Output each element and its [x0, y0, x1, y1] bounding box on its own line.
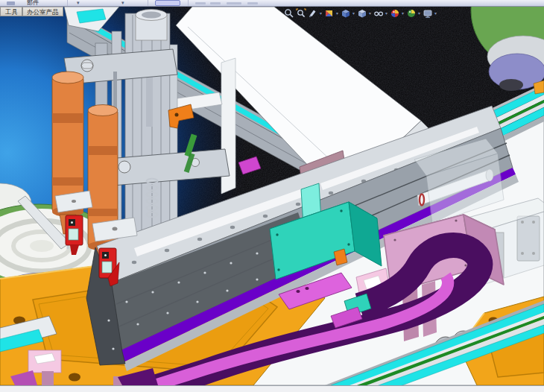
dropdown-caret[interactable]: ▾	[369, 8, 371, 19]
zoom-to-fit-icon[interactable]	[284, 8, 294, 19]
previous-view-icon[interactable]	[308, 8, 318, 19]
commandmanager-tabs: 工具 办公室产品	[0, 7, 63, 16]
ribbon-button-fragment[interactable]	[195, 2, 206, 4]
view-settings-icon[interactable]	[423, 8, 433, 19]
status-bar	[0, 385, 544, 392]
hide-show-items-icon[interactable]	[373, 8, 384, 19]
headsup-view-toolbar: ▾ ▾ ▾ ▾ ▾ ▾ ▾ ▾	[284, 8, 437, 19]
edit-appearance-icon[interactable]	[390, 8, 400, 19]
section-view-icon[interactable]	[324, 8, 335, 19]
ribbon-button-fragment[interactable]	[247, 2, 258, 4]
ribbon-separator	[148, 0, 148, 6]
dropdown-caret[interactable]: ▾	[77, 0, 80, 6]
ribbon-separator	[188, 0, 189, 6]
tab-office-products[interactable]: 办公室产品	[22, 7, 63, 16]
viewport-3d[interactable]	[0, 0, 544, 392]
zoom-to-area-icon[interactable]	[296, 8, 306, 19]
dropdown-caret[interactable]: ▾	[418, 8, 420, 19]
ribbon-separator	[67, 0, 68, 6]
dropdown-caret[interactable]: ▾	[336, 8, 338, 19]
component-button[interactable]: 部件	[27, 0, 39, 7]
dropdown-caret[interactable]: ▾	[121, 0, 124, 6]
view-orientation-icon[interactable]	[341, 8, 351, 19]
cad-application-window: 部件 ▾ ▾ 工具 办公室产品 ▾ ▾ ▾ ▾	[0, 0, 544, 392]
ribbon-button-fragment[interactable]	[210, 2, 221, 4]
tab-tools[interactable]: 工具	[0, 7, 22, 16]
ribbon-strip: 部件 ▾ ▾	[0, 0, 544, 7]
ribbon-active-button[interactable]	[155, 0, 180, 6]
dropdown-caret[interactable]: ▾	[352, 8, 355, 19]
ribbon-button-fragment[interactable]	[227, 2, 241, 4]
dropdown-caret[interactable]: ▾	[434, 8, 437, 19]
display-style-icon[interactable]	[357, 8, 367, 19]
ribbon-button-icon[interactable]	[7, 1, 15, 5]
dropdown-caret[interactable]: ▾	[385, 8, 388, 19]
dropdown-caret[interactable]: ▾	[320, 8, 322, 19]
dropdown-caret[interactable]: ▾	[402, 8, 404, 19]
apply-scene-icon[interactable]	[406, 8, 417, 19]
